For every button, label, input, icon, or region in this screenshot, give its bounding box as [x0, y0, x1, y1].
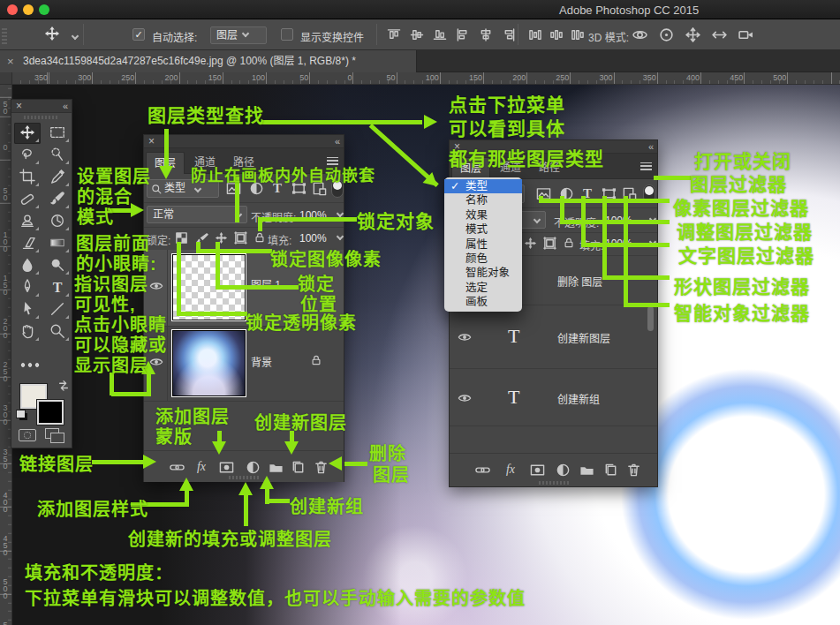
- tool-line[interactable]: [44, 299, 71, 320]
- align-right-icon[interactable]: [502, 28, 516, 44]
- close-panel-icon[interactable]: ×: [16, 100, 22, 112]
- tool-pen[interactable]: [14, 277, 41, 298]
- lock-transparent-icon[interactable]: [173, 230, 189, 245]
- lock-artboard-icon[interactable]: [232, 230, 248, 245]
- delete-layer-icon[interactable]: [625, 462, 641, 478]
- fill-chevron-icon[interactable]: [337, 233, 344, 240]
- tool-crop[interactable]: [14, 167, 41, 188]
- link-layers-icon[interactable]: [169, 459, 185, 475]
- tool-lasso[interactable]: [14, 145, 41, 166]
- tool-gradient[interactable]: [44, 233, 71, 254]
- eye-icon[interactable]: [457, 329, 473, 345]
- zoom-window-button[interactable]: [39, 4, 49, 15]
- filter-menu-item-2[interactable]: 名称: [444, 193, 522, 207]
- align-hcenter-icon[interactable]: [479, 28, 493, 44]
- filter-menu-item-5[interactable]: 属性: [444, 237, 522, 252]
- edit-toolbar-icon[interactable]: [20, 363, 40, 367]
- panel-resize-grip[interactable]: [229, 476, 259, 479]
- filter-menu-item-3[interactable]: 效果: [444, 208, 522, 222]
- tool-preset-chevron-icon[interactable]: [67, 32, 78, 44]
- lock-all-icon[interactable]: [561, 235, 577, 251]
- scrollbar-thumb[interactable]: [647, 306, 654, 331]
- filter-menu-item-7[interactable]: 智能对象: [444, 266, 522, 280]
- delete-layer-icon[interactable]: [313, 459, 329, 475]
- swap-colors-icon[interactable]: [56, 377, 72, 393]
- eye-icon[interactable]: [148, 278, 164, 294]
- tool-path-select[interactable]: [14, 299, 41, 320]
- collapse-panel-icon[interactable]: «: [63, 100, 67, 112]
- filter-menu-item-9[interactable]: 画板: [444, 295, 522, 309]
- collapse-panel-icon[interactable]: «: [335, 135, 339, 147]
- add-mask-icon[interactable]: [529, 462, 545, 478]
- tool-type[interactable]: T: [44, 277, 71, 298]
- layer-style-fx-icon[interactable]: fx: [503, 462, 518, 478]
- auto-select-checkbox[interactable]: ✓: [132, 28, 145, 41]
- layer-row-background[interactable]: 背景: [144, 327, 344, 401]
- new-adjustment-icon[interactable]: [245, 459, 261, 475]
- default-colors-icon[interactable]: [17, 410, 25, 418]
- link-layers-icon[interactable]: [474, 462, 490, 478]
- layer-thumbnail[interactable]: [172, 330, 246, 396]
- close-window-button[interactable]: [7, 4, 18, 15]
- panel-menu-icon[interactable]: [640, 162, 652, 170]
- fill-value[interactable]: 100%: [299, 232, 327, 245]
- layer-name[interactable]: 删除 图层: [557, 274, 602, 289]
- align-bottom-icon[interactable]: [433, 28, 447, 44]
- filter-menu-item-6[interactable]: 颜色: [444, 252, 522, 266]
- collapse-panel-icon[interactable]: «: [648, 140, 653, 153]
- new-layer-icon[interactable]: [290, 459, 306, 475]
- new-adjustment-icon[interactable]: [555, 462, 571, 478]
- document-tab[interactable]: × 3dea34c1159845d2a47287e5c16fc49e.jpg @…: [0, 50, 417, 72]
- 3d-roll-icon[interactable]: [659, 27, 674, 45]
- layer-name[interactable]: 创建新图层: [557, 330, 610, 345]
- tool-history-brush[interactable]: [44, 211, 71, 232]
- tool-zoom[interactable]: [44, 321, 71, 343]
- new-group-icon[interactable]: [268, 459, 284, 475]
- tool-eraser[interactable]: [14, 233, 41, 254]
- tool-healing[interactable]: [14, 189, 41, 210]
- lock-artboard-icon[interactable]: [541, 235, 557, 251]
- filter-menu-item-4[interactable]: 模式: [444, 222, 522, 237]
- 3d-orbit-icon[interactable]: [632, 27, 647, 45]
- lock-position-icon[interactable]: [522, 235, 538, 251]
- lock-all-icon[interactable]: [252, 230, 268, 245]
- align-vcenter-icon[interactable]: [410, 28, 424, 44]
- 3d-pan-icon[interactable]: [685, 27, 700, 45]
- align-top-icon[interactable]: [387, 28, 401, 44]
- layer-name[interactable]: 背景: [251, 354, 272, 369]
- quick-mask-icon[interactable]: [19, 429, 36, 441]
- auto-select-dropdown[interactable]: 图层: [210, 26, 267, 44]
- align-left-icon[interactable]: [456, 28, 470, 44]
- panel-grip[interactable]: [24, 116, 59, 119]
- panel-resize-grip[interactable]: [539, 481, 569, 485]
- show-transform-checkbox[interactable]: [281, 28, 293, 41]
- distribute-hcenter-icon[interactable]: [549, 28, 564, 44]
- close-panel-icon[interactable]: ×: [148, 135, 155, 147]
- filter-menu-item-1[interactable]: ✓类型: [444, 179, 522, 193]
- tool-brush[interactable]: [44, 189, 71, 210]
- tool-quick-select[interactable]: [44, 145, 71, 166]
- tool-dodge[interactable]: [44, 255, 71, 276]
- add-mask-icon[interactable]: [218, 459, 234, 475]
- layer-row[interactable]: T创建新组: [450, 369, 657, 426]
- 3d-camera-icon[interactable]: [738, 27, 753, 45]
- layer-row[interactable]: T创建新图层: [450, 305, 657, 369]
- tool-hand[interactable]: [14, 321, 41, 343]
- opacity-chevron-icon[interactable]: [337, 210, 344, 217]
- distribute-left-icon[interactable]: [528, 28, 542, 44]
- filter-menu-item-8[interactable]: 选定: [444, 281, 522, 295]
- distribute-right-icon[interactable]: [571, 28, 585, 44]
- tool-blur[interactable]: [14, 255, 41, 276]
- tool-stamp[interactable]: [14, 211, 41, 232]
- layer-name[interactable]: 创建新组: [557, 391, 600, 406]
- close-tab-icon[interactable]: ×: [7, 50, 14, 72]
- background-color-swatch[interactable]: [37, 400, 64, 425]
- new-group-icon[interactable]: [579, 462, 594, 478]
- layer-style-fx-icon[interactable]: fx: [193, 459, 209, 475]
- minimize-window-button[interactable]: [23, 4, 34, 15]
- new-layer-icon[interactable]: [602, 462, 618, 478]
- tool-move[interactable]: [14, 123, 41, 144]
- tool-eyedropper[interactable]: [44, 167, 71, 188]
- tool-marquee[interactable]: [44, 123, 71, 144]
- eye-icon[interactable]: [457, 390, 473, 406]
